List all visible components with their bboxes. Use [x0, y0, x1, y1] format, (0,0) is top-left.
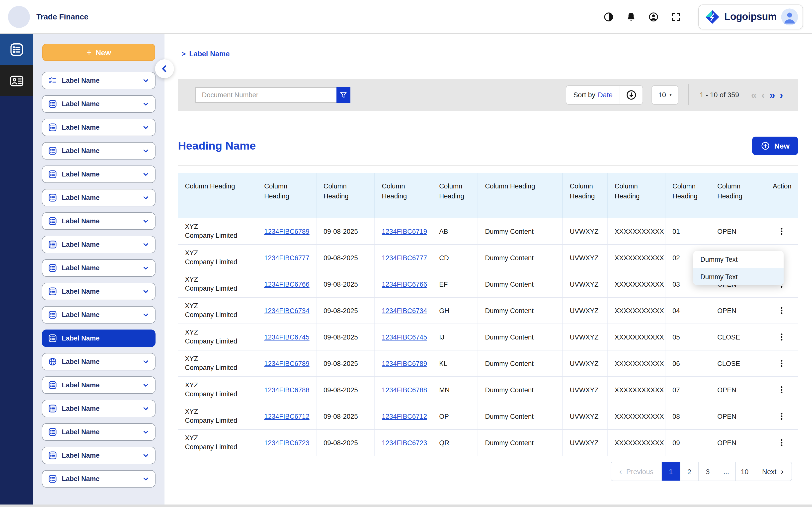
column-header: Column Heading	[563, 173, 607, 218]
fullscreen-icon[interactable]	[671, 11, 681, 22]
sidebar-item[interactable]: Label Name	[42, 119, 156, 136]
document-link[interactable]: 1234FIBC6789	[382, 360, 427, 367]
pagination-previous[interactable]: ‹ Previous	[611, 462, 661, 481]
column-header: Column Heading	[432, 173, 478, 218]
document-link[interactable]: 1234FIBC6719	[382, 228, 427, 235]
page-size-select[interactable]: 10 ▾	[651, 85, 679, 104]
prev-page-icon[interactable]: ‹	[761, 90, 765, 100]
breadcrumb[interactable]: > Label Name	[181, 50, 230, 58]
pagination-page[interactable]: 1	[661, 462, 680, 481]
table-cell: XYZ Company Limited	[178, 430, 257, 456]
chevron-down-icon	[142, 100, 150, 108]
document-link[interactable]: 1234FIBC6745	[382, 333, 427, 341]
sidebar-item[interactable]: Label Name	[42, 212, 156, 230]
sidebar-item-label: Label Name	[62, 194, 137, 202]
document-link[interactable]: 1234FIBC6723	[382, 439, 427, 446]
document-link[interactable]: 1234FIBC6788	[264, 386, 309, 394]
sidebar-item[interactable]: Label Name	[42, 447, 156, 464]
chevron-down-icon	[142, 358, 150, 365]
table-cell: 07	[665, 377, 710, 403]
rail-list-button[interactable]	[0, 34, 33, 65]
sidebar-items: Label NameLabel NameLabel NameLabel Name…	[33, 72, 165, 488]
document-link[interactable]: 1234FIBC6745	[264, 333, 309, 341]
sidebar-item[interactable]: Label Name	[42, 72, 156, 89]
document-link[interactable]: 1234FIBC6766	[264, 280, 309, 288]
table-cell: 01	[665, 218, 710, 244]
document-link[interactable]: 1234FIBC6766	[382, 280, 427, 288]
table-cell: AB	[432, 218, 478, 244]
pagination-page[interactable]: 3	[698, 462, 717, 481]
sidebar-item[interactable]: Label Name	[42, 283, 156, 300]
last-page-icon[interactable]: ›	[779, 90, 783, 100]
sidebar-item[interactable]: Label Name	[42, 166, 156, 183]
kebab-menu-icon[interactable]	[776, 305, 787, 316]
pagination-ellipsis[interactable]: ...	[717, 462, 735, 481]
sidebar-item[interactable]: Label Name	[42, 330, 156, 347]
logo-box[interactable]: Logoipsum	[698, 4, 803, 29]
sidebar-item[interactable]: Label Name	[42, 259, 156, 277]
pagination-next[interactable]: Next ›	[754, 462, 792, 481]
kebab-menu-icon[interactable]	[776, 411, 787, 421]
table-cell: UVWXYZ	[563, 271, 607, 297]
notifications-icon[interactable]	[626, 11, 637, 22]
pagination-page[interactable]: 10	[735, 462, 754, 481]
filter-button[interactable]	[337, 87, 350, 103]
document-link[interactable]: 1234FIBC6789	[264, 228, 309, 235]
account-icon[interactable]	[648, 11, 659, 22]
table-cell: UVWXYZ	[563, 377, 607, 403]
sidebar-item[interactable]: Label Name	[42, 236, 156, 253]
table-header-row: Column HeadingColumn HeadingColumn Headi…	[178, 173, 798, 218]
kebab-menu-icon[interactable]	[776, 385, 787, 395]
context-menu-item[interactable]: Dummy Text	[693, 268, 784, 285]
table-cell: XXXXXXXXXXX	[607, 298, 665, 324]
document-link[interactable]: 1234FIBC6734	[264, 307, 309, 314]
document-link[interactable]: 1234FIBC6712	[382, 412, 427, 420]
download-button[interactable]	[620, 86, 642, 104]
sidebar-item[interactable]: Label Name	[42, 353, 156, 371]
sidebar-item-label: Label Name	[62, 405, 137, 412]
document-link[interactable]: 1234FIBC6777	[382, 254, 427, 262]
list-icon	[48, 263, 57, 273]
document-link[interactable]: 1234FIBC6789	[264, 360, 309, 367]
sidebar-item[interactable]: Label Name	[42, 95, 156, 113]
kebab-menu-icon[interactable]	[776, 226, 787, 236]
sidebar-collapse-button[interactable]	[155, 59, 174, 78]
sidebar-item[interactable]: Label Name	[42, 470, 156, 488]
sidebar-item[interactable]: Label Name	[42, 306, 156, 324]
kebab-menu-icon[interactable]	[776, 438, 787, 448]
next-page-icon[interactable]: »	[769, 90, 775, 100]
sidebar-item-label: Label Name	[62, 452, 137, 459]
sidebar-item[interactable]: Label Name	[42, 400, 156, 417]
document-link[interactable]: 1234FIBC6723	[264, 439, 309, 446]
document-link[interactable]: 1234FIBC6777	[264, 254, 309, 262]
table-cell: Dummy Content	[478, 271, 563, 297]
first-page-icon[interactable]: «	[751, 90, 757, 100]
sidebar-item[interactable]: Label Name	[42, 423, 156, 441]
document-link[interactable]: 1234FIBC6788	[382, 386, 427, 394]
document-link[interactable]: 1234FIBC6734	[382, 307, 427, 314]
context-menu-item[interactable]: Dummy Text	[693, 251, 784, 268]
rail-contacts-button[interactable]	[0, 65, 33, 96]
list-icon	[48, 240, 57, 249]
search-group	[195, 87, 350, 103]
document-link[interactable]: 1234FIBC6712	[264, 412, 309, 420]
sidebar-item[interactable]: Label Name	[42, 189, 156, 207]
document-number-input[interactable]	[195, 87, 337, 103]
list-icon	[48, 169, 57, 179]
top-header: Trade Finance Logoipsum	[0, 0, 812, 34]
chevron-down-icon	[142, 77, 150, 84]
contrast-icon[interactable]	[603, 11, 614, 22]
header-icon-group	[603, 11, 681, 22]
user-avatar[interactable]	[781, 8, 798, 25]
sidebar-item[interactable]: Label Name	[42, 376, 156, 394]
kebab-menu-icon[interactable]	[776, 358, 787, 369]
new-record-button[interactable]: New	[752, 136, 798, 155]
sidebar-item[interactable]: Label Name	[42, 142, 156, 160]
pagination-page[interactable]: 2	[680, 462, 698, 481]
sort-by-button[interactable]: Sort by Date	[566, 86, 620, 104]
sidebar-item-label: Label Name	[62, 170, 137, 178]
sidebar-new-button[interactable]: + New	[42, 44, 155, 61]
column-header: Column Heading	[710, 173, 765, 218]
kebab-menu-icon[interactable]	[776, 332, 787, 342]
sidebar-item-label: Label Name	[62, 288, 137, 295]
